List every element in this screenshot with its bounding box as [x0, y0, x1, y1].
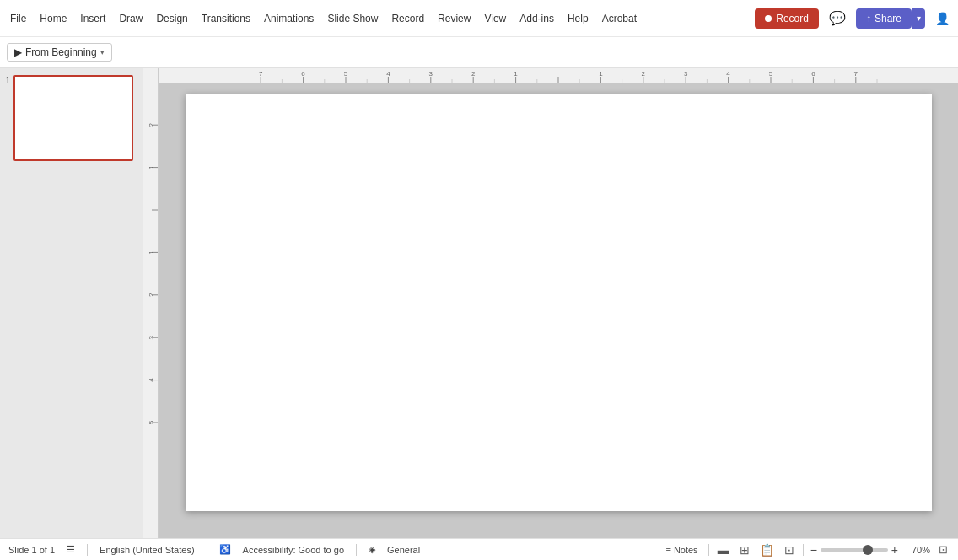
record-button-label: Record	[776, 13, 809, 24]
svg-text:7: 7	[259, 70, 263, 78]
menu-home[interactable]: Home	[33, 9, 73, 28]
svg-text:6: 6	[301, 70, 305, 78]
reading-view-icon[interactable]: 📋	[758, 541, 776, 558]
svg-text:1: 1	[148, 165, 155, 170]
status-bar: Slide 1 of 1 ☰ English (United States) ♿…	[0, 538, 958, 560]
record-button[interactable]: Record	[755, 8, 819, 29]
menu-help[interactable]: Help	[561, 9, 595, 28]
outline-view-icon[interactable]: ☰	[67, 544, 75, 555]
v-and-slide: 2112345	[143, 83, 958, 538]
editor-area: 76543211234567 2112345	[143, 68, 958, 538]
menu-slideshow[interactable]: Slide Show	[320, 9, 385, 28]
record-dot-icon	[765, 15, 772, 22]
accessibility-icon: ♿	[219, 544, 231, 555]
zoom-slider-container: − +	[810, 543, 898, 557]
design-label[interactable]: General	[387, 545, 420, 555]
notes-label: Notes	[674, 545, 698, 555]
fit-to-window-icon[interactable]: ⊡	[937, 541, 950, 557]
ribbon-container: File Home Insert Draw Design Transitions…	[0, 0, 958, 68]
status-left: Slide 1 of 1 ☰ English (United States) ♿…	[8, 544, 420, 556]
design-icon: ◈	[369, 544, 375, 555]
normal-view-icon[interactable]: ▬	[716, 541, 731, 558]
svg-text:4: 4	[386, 70, 390, 78]
from-beginning-label: From Beginning	[25, 46, 97, 58]
accessibility-label[interactable]: Accessibility: Good to go	[243, 545, 344, 555]
slide-sorter-icon[interactable]: ⊞	[738, 541, 751, 558]
slide-panel: 1	[0, 68, 143, 538]
toolbar: ▶ From Beginning ▾	[0, 37, 958, 67]
comment-icon: 💬	[829, 11, 846, 25]
svg-text:5: 5	[148, 420, 155, 424]
menu-review[interactable]: Review	[431, 9, 477, 28]
zoom-minus-icon[interactable]: −	[810, 543, 817, 557]
zoom-thumb	[863, 545, 873, 555]
menu-insert[interactable]: Insert	[73, 9, 112, 28]
svg-text:6: 6	[811, 70, 815, 78]
svg-text:2: 2	[471, 70, 476, 78]
svg-text:2: 2	[642, 70, 646, 78]
menu-design[interactable]: Design	[149, 9, 194, 28]
v-ruler-svg: 2112345	[143, 83, 159, 538]
zoom-level[interactable]: 70%	[905, 545, 930, 555]
svg-text:1: 1	[148, 250, 155, 255]
menu-animations[interactable]: Animations	[257, 9, 320, 28]
slide-info: Slide 1 of 1	[8, 545, 55, 555]
share-group: ↑ Share ▾	[856, 8, 925, 29]
slide-item-1[interactable]: 1	[5, 75, 138, 161]
notes-button[interactable]: ≡ Notes	[662, 543, 701, 557]
status-right: ≡ Notes ▬ ⊞ 📋 ⊡ − + 70% ⊡	[662, 541, 950, 558]
status-separator-5	[803, 544, 804, 556]
svg-text:4: 4	[148, 378, 155, 382]
slide-thumbnail-1[interactable]	[13, 75, 133, 161]
menu-bar: File Home Insert Draw Design Transitions…	[0, 0, 958, 37]
svg-text:2: 2	[148, 293, 155, 297]
language-indicator[interactable]: English (United States)	[100, 545, 195, 555]
status-separator-4	[708, 544, 709, 556]
menu-acrobat[interactable]: Acrobat	[595, 9, 643, 28]
h-ruler-svg: 76543211234567	[159, 68, 958, 83]
svg-text:1: 1	[514, 70, 518, 78]
svg-text:7: 7	[854, 70, 858, 78]
zoom-plus-icon[interactable]: +	[891, 543, 898, 557]
from-beginning-dropdown-icon: ▾	[100, 48, 105, 57]
share-dropdown-button[interactable]: ▾	[912, 8, 925, 29]
zoom-slider[interactable]	[821, 548, 888, 552]
slide-canvas-area[interactable]	[159, 83, 958, 538]
menu-bar-right: Record 💬 ↑ Share ▾ 👤	[755, 7, 955, 30]
menu-draw[interactable]: Draw	[112, 9, 149, 28]
comment-button[interactable]: 💬	[824, 7, 851, 30]
status-separator-1	[87, 544, 88, 556]
svg-text:4: 4	[726, 70, 730, 78]
svg-text:3: 3	[684, 70, 688, 78]
presenter-view-icon[interactable]: ⊡	[783, 541, 796, 558]
menu-view[interactable]: View	[477, 9, 513, 28]
share-button-label: Share	[875, 13, 901, 24]
from-beginning-button[interactable]: ▶ From Beginning ▾	[7, 43, 112, 62]
svg-text:3: 3	[148, 335, 155, 339]
corner-ruler	[143, 68, 159, 83]
slide-canvas[interactable]	[186, 94, 932, 511]
share-icon: ↑	[866, 13, 871, 24]
profile-icon: 👤	[935, 12, 950, 25]
status-separator-3	[356, 544, 357, 556]
slideshow-icon: ▶	[14, 46, 22, 58]
notes-icon: ≡	[665, 545, 670, 555]
status-separator-2	[207, 544, 207, 556]
menu-addins[interactable]: Add-ins	[513, 9, 561, 28]
h-ruler-row: 76543211234567	[143, 68, 958, 83]
svg-text:2: 2	[148, 122, 155, 127]
menu-file[interactable]: File	[3, 9, 33, 28]
svg-text:3: 3	[429, 70, 433, 78]
menu-transitions[interactable]: Transitions	[195, 9, 257, 28]
svg-text:1: 1	[599, 70, 603, 78]
svg-text:5: 5	[344, 70, 348, 78]
slide-number-1: 1	[5, 75, 10, 85]
svg-text:5: 5	[769, 70, 773, 78]
share-button[interactable]: ↑ Share	[856, 8, 912, 29]
profile-button[interactable]: 👤	[930, 8, 955, 30]
main-area: 1 76543211234567 2112345	[0, 68, 958, 538]
vertical-ruler: 2112345	[143, 83, 159, 538]
horizontal-ruler: 76543211234567	[159, 68, 958, 83]
menu-record[interactable]: Record	[385, 9, 431, 28]
